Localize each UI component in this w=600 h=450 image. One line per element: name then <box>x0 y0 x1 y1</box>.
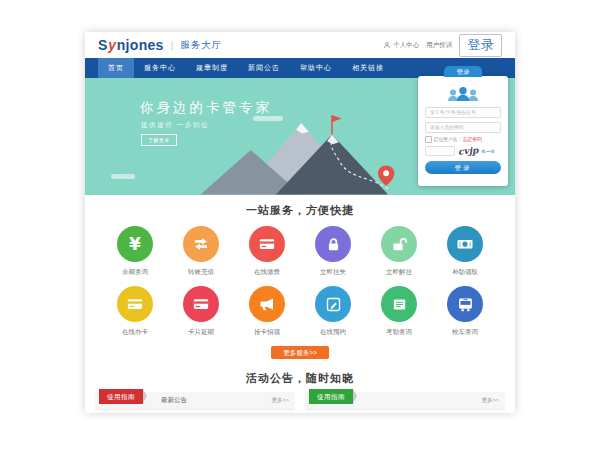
service-item[interactable]: 转账充值 <box>168 226 234 276</box>
service-item[interactable]: 在线缴费 <box>234 226 300 276</box>
service-label: 立即解挂 <box>366 267 432 276</box>
banknote-icon <box>447 226 483 262</box>
nav-item-home[interactable]: 首页 <box>98 58 134 78</box>
personal-center-label: 个人中心 <box>393 41 419 50</box>
card-icon <box>117 286 153 322</box>
username-input[interactable] <box>425 107 501 118</box>
more-link[interactable]: 更多>> <box>272 397 289 404</box>
yen-icon: ¥ <box>117 226 153 262</box>
service-label: 在线缴费 <box>234 267 300 276</box>
guide-ribbon-green[interactable]: 使用指南 <box>309 389 353 404</box>
login-panel: 登录 记住用户名 | 忘记密码 cvjp 换一张 登录 <box>418 76 508 186</box>
forgot-password-link[interactable]: 忘记密码 <box>463 136 482 142</box>
user-complaint-label: 用户投诉 <box>426 41 452 50</box>
service-label: 校车查询 <box>432 327 498 336</box>
site-name: 服务大厅 <box>180 39 222 52</box>
service-label: 在线办卡 <box>102 327 168 336</box>
panel-header: 使用指南 更多>> <box>305 392 505 410</box>
service-item[interactable]: 考勤查询 <box>366 286 432 336</box>
password-input[interactable] <box>425 122 501 133</box>
nav-item-news[interactable]: 新闻公告 <box>238 58 290 78</box>
more-services-button[interactable]: 更多服务>> <box>271 346 329 359</box>
panel-header: 使用指南 最新公告 更多>> <box>95 392 295 410</box>
remember-checkbox[interactable] <box>425 136 432 143</box>
service-label: 卡片延期 <box>168 327 234 336</box>
remember-label: 记住用户名 <box>434 136 458 142</box>
logo-accent: y <box>108 37 116 53</box>
service-item[interactable]: 立即解挂 <box>366 226 432 276</box>
service-item[interactable]: 卡片延期 <box>168 286 234 336</box>
captcha-input[interactable] <box>425 146 455 156</box>
banner-more-button[interactable]: 了解更多 <box>141 134 177 146</box>
mountain-illustration <box>187 107 419 195</box>
guide-ribbon-red[interactable]: 使用指南 <box>99 389 143 404</box>
user-complaint-link[interactable]: 用户投诉 <box>426 41 452 50</box>
service-item[interactable]: ¥余额查询 <box>102 226 168 276</box>
service-label: 转账充值 <box>168 267 234 276</box>
header-login-button[interactable]: 登录 <box>459 34 502 57</box>
captcha-image[interactable]: cvjp <box>458 145 479 156</box>
latest-news-tab[interactable]: 最新公告 <box>161 396 187 405</box>
announcement-panels: 使用指南 最新公告 更多>> 使用指南 更多>> <box>85 392 515 413</box>
cloud-decoration <box>111 174 135 179</box>
panel-body <box>305 410 505 413</box>
service-item[interactable]: 补助领取 <box>432 226 498 276</box>
more-link[interactable]: 更多>> <box>482 397 499 404</box>
unlock-icon <box>381 226 417 262</box>
panel-body <box>95 410 295 413</box>
guide-panel-left: 使用指南 最新公告 更多>> <box>95 392 295 413</box>
logo-prefix: S <box>98 37 108 53</box>
bus-icon <box>447 286 483 322</box>
service-item[interactable]: 立即挂失 <box>300 226 366 276</box>
nav-item-links[interactable]: 相关链接 <box>342 58 394 78</box>
card-icon <box>249 226 285 262</box>
service-label: 立即挂失 <box>300 267 366 276</box>
services-grid: ¥余额查询转账充值在线缴费立即挂失立即解挂补助领取在线办卡卡片延期拾卡招领在线预… <box>102 226 498 336</box>
lock-icon <box>315 226 351 262</box>
service-label: 补助领取 <box>432 267 498 276</box>
remember-row: 记住用户名 | 忘记密码 <box>425 136 501 143</box>
service-item[interactable]: 在线预约 <box>300 286 366 336</box>
logo[interactable]: Synjones <box>98 37 164 53</box>
nav-item-service-center[interactable]: 服务中心 <box>134 58 186 78</box>
login-submit-button[interactable]: 登录 <box>425 161 501 174</box>
attendance-icon <box>381 286 417 322</box>
nav-item-help-center[interactable]: 帮助中心 <box>290 58 342 78</box>
remember-separator: | <box>459 137 460 142</box>
personal-center-link[interactable]: 个人中心 <box>383 41 419 50</box>
service-label: 在线预约 <box>300 327 366 336</box>
service-label: 考勤查询 <box>366 327 432 336</box>
page: Synjones | 服务大厅 个人中心 用户投诉 登录 首页 服务中心 规章制… <box>85 32 515 413</box>
megaphone-icon <box>249 286 285 322</box>
header: Synjones | 服务大厅 个人中心 用户投诉 登录 <box>85 32 515 58</box>
card-icon <box>183 286 219 322</box>
logo-suffix: njones <box>117 37 164 53</box>
announcements-title: 活动公告，随时知晓 <box>85 371 515 385</box>
header-right: 个人中心 用户投诉 登录 <box>383 34 502 57</box>
service-label: 拾卡招领 <box>234 327 300 336</box>
edit-icon <box>315 286 351 322</box>
login-tab[interactable]: 登录 <box>444 66 482 77</box>
captcha-row: cvjp 换一张 <box>425 146 501 156</box>
users-icon <box>446 84 480 103</box>
nav-item-rules[interactable]: 规章制度 <box>186 58 238 78</box>
service-item[interactable]: 校车查询 <box>432 286 498 336</box>
person-icon <box>383 41 391 49</box>
service-item[interactable]: 拾卡招领 <box>234 286 300 336</box>
captcha-refresh-link[interactable]: 换一张 <box>481 149 495 154</box>
service-item[interactable]: 在线办卡 <box>102 286 168 336</box>
services-title: 一站服务，方便快捷 <box>85 203 515 217</box>
guide-panel-right: 使用指南 更多>> <box>305 392 505 413</box>
service-label: 余额查询 <box>102 267 168 276</box>
transfer-icon <box>183 226 219 262</box>
header-divider: | <box>171 40 174 51</box>
